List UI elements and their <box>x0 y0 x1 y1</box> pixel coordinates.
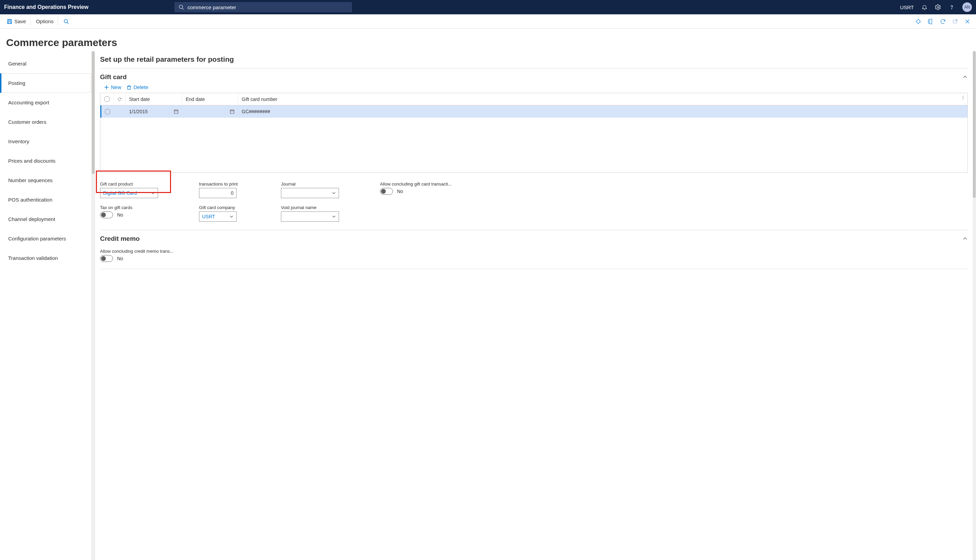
close-icon[interactable] <box>964 18 971 25</box>
sidebar-item-pos-auth[interactable]: POS authentication <box>0 190 91 209</box>
table-row[interactable]: 1/1/2015 GC######## <box>100 105 968 118</box>
sidebar-item-transaction-validation[interactable]: Transaction validation <box>0 248 91 268</box>
svg-point-0 <box>179 5 183 8</box>
svg-point-2 <box>938 7 939 8</box>
row-gift-card-number[interactable]: GC######## <box>238 105 968 118</box>
gift-card-product-value: Digital Gift Card <box>103 190 137 196</box>
top-nav-bar: Finance and Operations Preview USRT AN <box>0 0 976 14</box>
chevron-up-icon[interactable] <box>963 236 968 242</box>
transactions-to-print-label: transactions to print <box>199 182 240 187</box>
allow-concluding-label: Allow concluding gift card transacti... <box>380 182 455 187</box>
svg-rect-5 <box>8 20 10 21</box>
chevron-down-icon <box>229 215 234 218</box>
sidebar-item-inventory[interactable]: Inventory <box>0 132 91 151</box>
search-input[interactable] <box>187 5 348 10</box>
col-end-date[interactable]: End date <box>182 93 238 105</box>
svg-rect-15 <box>128 86 130 89</box>
save-label: Save <box>14 18 26 24</box>
svg-rect-6 <box>8 22 11 23</box>
company-code[interactable]: USRT <box>900 5 914 10</box>
side-nav: General Posting Accounting export Custom… <box>0 51 91 560</box>
tax-on-gift-cards-label: Tax on gift cards <box>100 205 158 210</box>
popout-icon[interactable] <box>952 18 958 25</box>
new-button[interactable]: New <box>104 84 121 90</box>
gift-card-grid: Start date End date Gift card number 1/1… <box>100 93 968 173</box>
gift-card-product-select[interactable]: Digital Gift Card <box>100 188 158 198</box>
page-title: Commerce parameters <box>0 28 976 51</box>
command-bar: Save Options <box>0 14 976 28</box>
bell-icon[interactable] <box>921 4 928 10</box>
svg-rect-21 <box>174 110 178 113</box>
calendar-icon[interactable] <box>174 109 179 114</box>
main-scrollbar[interactable] <box>973 51 976 560</box>
allow-concluding-toggle[interactable] <box>380 188 393 195</box>
sidebar-item-prices-discounts[interactable]: Prices and discounts <box>0 151 91 170</box>
chevron-up-icon[interactable] <box>963 74 968 80</box>
allow-concluding-value: No <box>397 188 403 194</box>
refresh-header-icon[interactable] <box>114 93 125 105</box>
avatar[interactable]: AN <box>963 2 972 12</box>
brand-title: Finance and Operations Preview <box>4 4 89 10</box>
svg-point-19 <box>963 97 963 98</box>
gear-icon[interactable] <box>935 4 941 10</box>
credit-memo-allow-toggle[interactable] <box>100 255 113 262</box>
transactions-to-print-value: 0 <box>231 190 234 196</box>
credit-memo-heading[interactable]: Credit memo <box>100 235 140 242</box>
svg-line-1 <box>182 8 184 10</box>
gift-card-company-label: Gift card company <box>199 205 240 210</box>
refresh-icon[interactable] <box>940 18 946 25</box>
chevron-down-icon <box>332 215 336 218</box>
sidebar-item-customer-orders[interactable]: Customer orders <box>0 112 91 132</box>
svg-rect-9 <box>916 19 921 23</box>
calendar-icon[interactable] <box>230 109 234 114</box>
svg-point-20 <box>963 98 963 99</box>
options-label: Options <box>36 18 53 24</box>
diamond-icon[interactable] <box>915 18 921 25</box>
void-journal-label: Void journal name <box>281 205 339 210</box>
tax-toggle-value: No <box>117 212 123 218</box>
gift-card-product-label: Gift card product <box>100 182 158 187</box>
find-button[interactable] <box>59 17 73 26</box>
svg-point-7 <box>64 20 68 23</box>
gift-card-company-value: USRT <box>202 214 215 219</box>
svg-point-18 <box>963 96 963 97</box>
row-select-icon[interactable] <box>105 109 110 115</box>
office-icon[interactable] <box>928 18 934 25</box>
col-start-date[interactable]: Start date <box>125 93 182 105</box>
journal-label: Journal <box>281 182 339 187</box>
transactions-to-print-input[interactable]: 0 <box>199 188 237 198</box>
void-journal-select[interactable] <box>281 212 339 222</box>
credit-memo-allow-label: Allow concluding credit memo trans... <box>100 248 175 254</box>
svg-line-8 <box>67 23 69 24</box>
help-icon[interactable] <box>949 4 955 10</box>
sidebar-item-number-sequences[interactable]: Number sequences <box>0 170 91 190</box>
delete-label: Delete <box>134 84 148 90</box>
global-search[interactable] <box>174 2 352 12</box>
new-label: New <box>111 84 121 90</box>
journal-select[interactable] <box>281 188 339 198</box>
select-all-header[interactable] <box>100 93 114 105</box>
gift-card-company-select[interactable]: USRT <box>199 212 237 222</box>
svg-rect-25 <box>231 110 234 113</box>
sidebar-item-channel-deployment[interactable]: Channel deployment <box>0 209 91 229</box>
save-button[interactable]: Save <box>3 17 30 26</box>
sidebar-item-posting[interactable]: Posting <box>0 73 91 93</box>
gift-card-heading[interactable]: Gift card <box>100 73 127 81</box>
delete-button[interactable]: Delete <box>127 84 148 90</box>
grid-more-icon[interactable] <box>961 95 966 100</box>
chevron-down-icon <box>151 191 155 195</box>
sidebar-item-general[interactable]: General <box>0 54 91 73</box>
section-heading: Set up the retail parameters for posting <box>100 55 968 63</box>
chevron-down-icon <box>332 191 336 195</box>
search-icon <box>179 5 184 10</box>
sidebar-scrollbar[interactable] <box>91 51 95 560</box>
options-button[interactable]: Options <box>32 17 58 26</box>
sidebar-item-config-parameters[interactable]: Configuration parameters <box>0 229 91 248</box>
col-gift-card-number[interactable]: Gift card number <box>238 93 968 105</box>
svg-point-3 <box>951 8 952 9</box>
credit-memo-allow-value: No <box>117 256 123 261</box>
tax-toggle[interactable] <box>100 212 113 218</box>
sidebar-item-accounting-export[interactable]: Accounting export <box>0 93 91 112</box>
row-start-date[interactable]: 1/1/2015 <box>129 109 148 114</box>
